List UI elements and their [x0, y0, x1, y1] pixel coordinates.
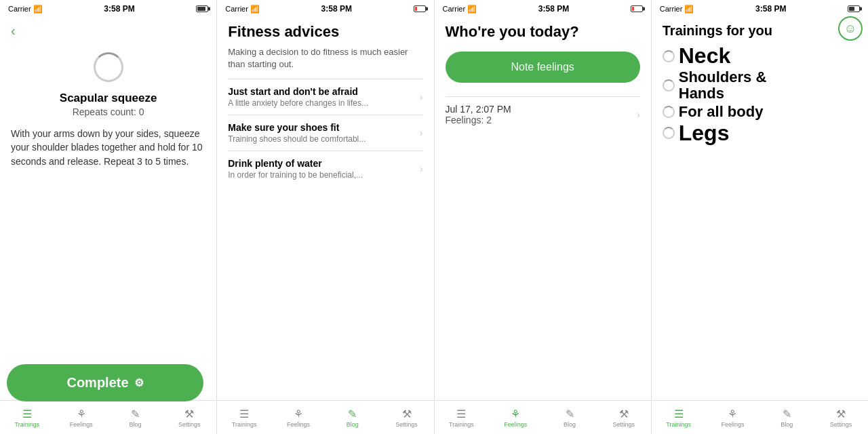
exercise-content: ‹ Scapular squeeze Repeats count: 0 With… — [0, 16, 216, 400]
nav-feelings-4[interactable]: ⚘ Feelings — [706, 401, 760, 434]
trainings-icon-2: ☰ — [239, 408, 249, 420]
neck-spinner — [663, 50, 675, 62]
nav-settings-4[interactable]: ⚒ Settings — [814, 401, 868, 434]
complete-label: Complete — [66, 375, 128, 391]
trainings-label-2: Trainings — [232, 421, 257, 428]
trainings-content: Trainings for you ☺ Neck Shoulders &Hand… — [652, 16, 868, 400]
advice-item-1[interactable]: Just start and don't be afraid A little … — [228, 79, 422, 115]
feelings-screen: Carrier 📶 3:58 PM Who're you today? Note… — [435, 0, 652, 434]
carrier-3: Carrier 📶 — [443, 5, 477, 14]
category-neck[interactable]: Neck — [663, 44, 857, 68]
advice-item-3[interactable]: Drink plenty of water In order for train… — [228, 151, 422, 186]
time-1: 3:58 PM — [104, 4, 134, 14]
complete-button[interactable]: Complete ⚙ — [7, 364, 203, 401]
bottom-nav-2: ☰ Trainings ⚘ Feelings ✎ Blog ⚒ Settings — [217, 400, 433, 434]
legs-spinner — [663, 127, 675, 139]
feelings-title: Who're you today? — [446, 23, 640, 41]
advice-title-2: Make sure your shoes fit — [228, 122, 414, 133]
settings-icon-1: ⚒ — [184, 408, 194, 420]
advices-content: Fitness advices Making a decision to do … — [217, 16, 433, 400]
battery-2 — [414, 5, 426, 12]
nav-feelings-1[interactable]: ⚘ Feelings — [54, 401, 108, 434]
category-legs[interactable]: Legs — [663, 121, 857, 145]
trainings-label-4: Trainings — [666, 421, 691, 428]
trainings-label-3: Trainings — [449, 421, 474, 428]
chevron-3: › — [420, 163, 423, 174]
category-shoulders[interactable]: Shoulders &Hands — [663, 69, 857, 102]
blog-label-3: Blog — [564, 421, 576, 428]
nav-blog-1[interactable]: ✎ Blog — [108, 401, 163, 434]
trainings-label-1: Trainings — [15, 421, 40, 428]
feelings-icon-1: ⚘ — [77, 408, 86, 420]
feelings-icon-4: ⚘ — [728, 408, 737, 420]
feelings-content: Who're you today? Note feelings Jul 17, … — [435, 16, 651, 400]
nav-trainings-1[interactable]: ☰ Trainings — [0, 401, 54, 434]
advice-desc-1: A little anxiety before changes in lifes… — [228, 98, 414, 108]
feelings-icon-2: ⚘ — [294, 408, 303, 420]
nav-settings-1[interactable]: ⚒ Settings — [162, 401, 216, 434]
battery-4 — [848, 5, 860, 12]
advices-title: Fitness advices — [228, 23, 422, 41]
blog-icon-3: ✎ — [566, 408, 574, 420]
note-feelings-button[interactable]: Note feelings — [446, 52, 640, 83]
fitness-advices-screen: Carrier 📶 3:58 PM Fitness advices Making… — [217, 0, 434, 434]
battery-3 — [631, 5, 643, 12]
feelings-entry-1[interactable]: Jul 17, 2:07 PM Feelings: 2 › — [446, 96, 640, 132]
settings-icon-3: ⚒ — [619, 408, 629, 420]
blog-icon-4: ✎ — [783, 408, 791, 420]
category-all-body[interactable]: For all body — [663, 104, 857, 120]
nav-settings-2[interactable]: ⚒ Settings — [380, 401, 434, 434]
nav-settings-3[interactable]: ⚒ Settings — [597, 401, 651, 434]
exercise-description: With your arms down by your sides, squee… — [11, 127, 205, 168]
nav-trainings-4[interactable]: ☰ Trainings — [652, 401, 706, 434]
back-button[interactable]: ‹ — [11, 23, 16, 39]
nav-blog-4[interactable]: ✎ Blog — [760, 401, 814, 434]
carrier-1: Carrier 📶 — [8, 5, 43, 14]
status-bar-2: Carrier 📶 3:58 PM — [217, 0, 433, 16]
blog-label-4: Blog — [781, 421, 793, 428]
bottom-nav-4: ☰ Trainings ⚘ Feelings ✎ Blog ⚒ Settings — [652, 400, 868, 434]
blog-label-2: Blog — [347, 421, 359, 428]
trainings-icon-3: ☰ — [456, 408, 466, 420]
chevron-1: › — [420, 92, 423, 102]
advice-intro: Making a decision to do fitness is much … — [228, 46, 422, 71]
profile-icon[interactable]: ☺ — [838, 16, 863, 41]
feelings-icon-3: ⚘ — [511, 408, 520, 420]
advice-item-2[interactable]: Make sure your shoes fit Training shoes … — [228, 115, 422, 151]
blog-icon-2: ✎ — [348, 408, 357, 420]
loading-spinner — [94, 52, 123, 82]
feelings-value: Feelings: 2 — [446, 115, 511, 125]
chevron-2: › — [420, 127, 423, 138]
trainings-icon-1: ☰ — [22, 408, 32, 420]
settings-label-2: Settings — [395, 421, 418, 428]
feelings-label-1: Feelings — [70, 421, 93, 428]
advice-title-3: Drink plenty of water — [228, 158, 414, 169]
exercise-image-spinner — [11, 52, 205, 82]
blog-label-1: Blog — [130, 421, 142, 428]
advice-title-1: Just start and don't be afraid — [228, 86, 414, 97]
advice-desc-3: In order for training to be beneficial,.… — [228, 170, 414, 180]
feelings-date: Jul 17, 2:07 PM — [446, 104, 511, 115]
allbody-label: For all body — [679, 104, 764, 120]
nav-blog-2[interactable]: ✎ Blog — [326, 401, 380, 434]
nav-trainings-3[interactable]: ☰ Trainings — [435, 401, 489, 434]
nav-feelings-3[interactable]: ⚘ Feelings — [488, 401, 542, 434]
settings-label-1: Settings — [178, 421, 201, 428]
allbody-spinner — [663, 106, 675, 118]
exercise-screen: Carrier 📶 3:58 PM ‹ Scapular squeeze Rep… — [0, 0, 217, 434]
nav-feelings-2[interactable]: ⚘ Feelings — [271, 401, 326, 434]
settings-label-4: Settings — [830, 421, 852, 428]
settings-icon-2: ⚒ — [402, 408, 412, 420]
complete-icon: ⚙ — [134, 376, 144, 389]
time-3: 3:58 PM — [538, 4, 569, 14]
feelings-chevron: › — [637, 109, 640, 120]
shoulders-spinner — [663, 79, 675, 92]
bottom-nav-1: ☰ Trainings ⚘ Feelings ✎ Blog ⚒ Settings — [0, 400, 216, 434]
nav-trainings-2[interactable]: ☰ Trainings — [217, 401, 271, 434]
nav-blog-3[interactable]: ✎ Blog — [542, 401, 597, 434]
status-bar-4: Carrier 📶 3:58 PM — [652, 0, 868, 16]
trainings-icon-4: ☰ — [674, 408, 684, 420]
status-bar-1: Carrier 📶 3:58 PM — [0, 0, 216, 16]
shoulders-label: Shoulders &Hands — [679, 69, 767, 102]
exercise-name: Scapular squeeze — [11, 92, 205, 105]
